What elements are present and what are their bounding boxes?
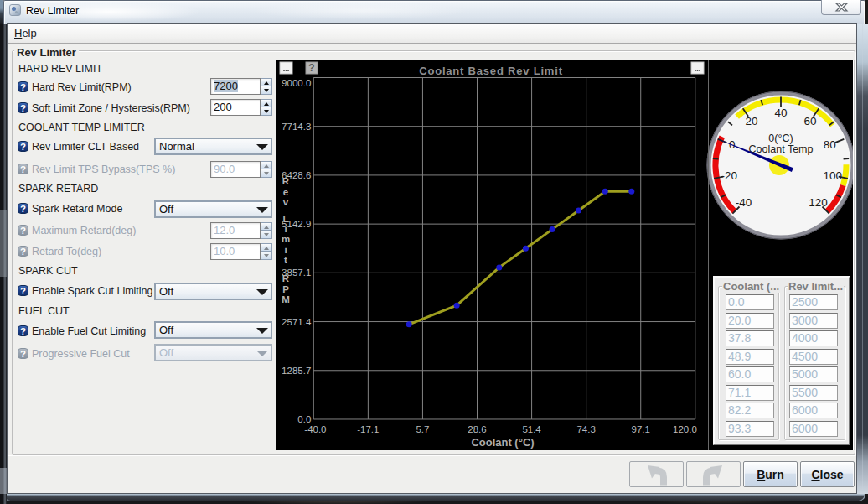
svg-text:?: ? xyxy=(308,62,314,74)
svg-text:v: v xyxy=(283,197,289,207)
svg-text:51.4: 51.4 xyxy=(522,424,541,434)
svg-text:Coolant Temp: Coolant Temp xyxy=(749,143,814,155)
svg-text:i: i xyxy=(284,245,287,255)
svg-text:20: 20 xyxy=(745,115,757,127)
svg-text:74.3: 74.3 xyxy=(576,424,595,434)
svg-text:t: t xyxy=(284,255,287,265)
svg-text:M: M xyxy=(282,294,290,304)
svg-text:80: 80 xyxy=(824,138,836,151)
svg-text:9000.0: 9000.0 xyxy=(282,78,311,88)
svg-text:2571.4: 2571.4 xyxy=(282,317,312,327)
svg-text:-17.1: -17.1 xyxy=(357,424,379,434)
svg-text:-20: -20 xyxy=(721,169,737,182)
svg-text:L: L xyxy=(282,214,288,224)
svg-text:m: m xyxy=(282,234,290,244)
svg-text:100: 100 xyxy=(824,169,843,182)
svg-text:0.0: 0.0 xyxy=(297,414,311,424)
svg-text:0(°C): 0(°C) xyxy=(768,132,793,144)
svg-text:1285.7: 1285.7 xyxy=(282,366,311,376)
svg-text:Coolant (°C): Coolant (°C) xyxy=(471,436,534,449)
svg-text:40: 40 xyxy=(774,107,787,119)
svg-text:120.0: 120.0 xyxy=(673,424,697,434)
svg-text:P: P xyxy=(282,284,289,294)
svg-text:R: R xyxy=(282,176,290,186)
svg-text:60: 60 xyxy=(803,115,816,127)
svg-text:Coolant Based Rev Limit: Coolant Based Rev Limit xyxy=(419,65,563,77)
svg-text:5.7: 5.7 xyxy=(416,424,429,434)
svg-text:e: e xyxy=(283,187,288,197)
svg-text:-40.0: -40.0 xyxy=(304,424,326,434)
svg-text:97.1: 97.1 xyxy=(632,424,650,434)
svg-text:i: i xyxy=(284,224,287,234)
svg-text:28.6: 28.6 xyxy=(468,424,486,434)
svg-text:R: R xyxy=(282,273,290,283)
svg-text:-40: -40 xyxy=(736,196,752,209)
svg-text:120: 120 xyxy=(809,196,828,209)
svg-text:7714.3: 7714.3 xyxy=(282,122,311,132)
